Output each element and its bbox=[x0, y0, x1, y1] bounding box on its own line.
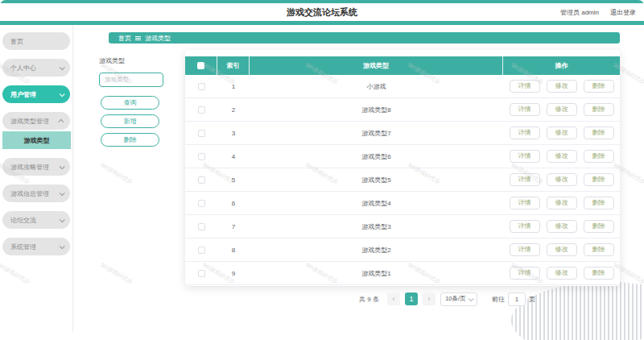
delete-row-button[interactable]: 删除 bbox=[584, 173, 614, 186]
delete-row-button[interactable]: 删除 bbox=[584, 220, 614, 233]
row-game-type: 游戏类型5 bbox=[250, 168, 503, 191]
pagination-total: 共 9 条 bbox=[359, 295, 379, 304]
sidebar-item-label: 论坛交流 bbox=[10, 216, 60, 225]
table-card: 索引 游戏类型 操作 1小游戏详情修改删除2游戏类型8详情修改删除3游戏类型7详… bbox=[185, 50, 620, 286]
row-game-type: 游戏类型8 bbox=[250, 98, 503, 121]
pagination-page-1[interactable]: 1 bbox=[405, 292, 418, 305]
detail-button[interactable]: 详情 bbox=[510, 197, 540, 209]
table-row: 7游戏类型3详情修改删除 bbox=[185, 215, 620, 238]
modify-button[interactable]: 修改 bbox=[547, 267, 577, 280]
sidebar-item-label: 游戏类型 bbox=[24, 136, 50, 145]
detail-button[interactable]: 详情 bbox=[510, 243, 540, 256]
row-checkbox[interactable] bbox=[198, 153, 205, 160]
delete-row-button[interactable]: 删除 bbox=[584, 80, 614, 93]
sidebar-item-game-guide-management[interactable]: 游戏攻略管理 bbox=[2, 158, 70, 176]
query-button[interactable]: 查询 bbox=[101, 96, 159, 110]
modify-button[interactable]: 修改 bbox=[547, 103, 577, 116]
modify-button[interactable]: 修改 bbox=[547, 150, 577, 163]
main-content: 首页 游戏类型 游戏类型 查询 新增 删除 索引 游戏类型 操作 1小游戏详情修… bbox=[73, 25, 644, 340]
sidebar-item-label: 个人中心 bbox=[10, 64, 60, 73]
delete-row-button[interactable]: 删除 bbox=[584, 267, 614, 280]
game-type-input[interactable] bbox=[99, 73, 163, 87]
row-checkbox[interactable] bbox=[198, 106, 205, 114]
detail-button[interactable]: 详情 bbox=[510, 126, 540, 139]
table-row: 5游戏类型5详情修改删除 bbox=[185, 168, 620, 192]
row-checkbox[interactable] bbox=[198, 247, 205, 254]
app-window: 游戏交流论坛系统 管理员 admin 退出登录 首页个人中心用户管理游戏类型管理… bbox=[0, 0, 644, 340]
delete-row-button[interactable]: 删除 bbox=[584, 103, 614, 116]
detail-button[interactable]: 详情 bbox=[510, 103, 540, 116]
detail-button[interactable]: 详情 bbox=[510, 150, 540, 163]
modify-button[interactable]: 修改 bbox=[547, 220, 577, 233]
row-game-type: 游戏类型1 bbox=[250, 262, 503, 284]
table-body: 1小游戏详情修改删除2游戏类型8详情修改删除3游戏类型7详情修改删除4游戏类型6… bbox=[185, 75, 620, 285]
breadcrumb-current: 游戏类型 bbox=[145, 34, 171, 43]
sidebar-item-game-type-management[interactable]: 游戏类型管理 bbox=[2, 112, 70, 130]
row-game-type: 游戏类型6 bbox=[250, 145, 503, 168]
page-size-select[interactable]: 10条/页 bbox=[440, 292, 477, 306]
sidebar: 首页个人中心用户管理游戏类型管理游戏类型游戏攻略管理游戏信息管理论坛交流系统管理 bbox=[0, 25, 73, 332]
sidebar-item-system-management[interactable]: 系统管理 bbox=[2, 238, 70, 255]
sidebar-item-label: 游戏攻略管理 bbox=[10, 163, 60, 172]
row-index: 1 bbox=[217, 75, 250, 97]
row-checkbox[interactable] bbox=[198, 83, 205, 90]
sidebar-item-profile[interactable]: 个人中心 bbox=[2, 59, 70, 77]
logout-link[interactable]: 退出登录 bbox=[610, 8, 636, 17]
row-index: 3 bbox=[217, 122, 250, 144]
sidebar-item-home[interactable]: 首页 bbox=[2, 32, 70, 50]
column-header-index: 索引 bbox=[217, 56, 250, 75]
table-row: 6游戏类型4详情修改删除 bbox=[185, 192, 620, 215]
detail-button[interactable]: 详情 bbox=[510, 220, 540, 233]
goto-page-input[interactable] bbox=[508, 292, 526, 306]
app-title: 游戏交流论坛系统 bbox=[287, 6, 357, 19]
detail-button[interactable]: 详情 bbox=[510, 173, 540, 186]
filter-panel: 游戏类型 查询 新增 删除 bbox=[99, 56, 171, 147]
sidebar-item-label: 游戏信息管理 bbox=[10, 189, 60, 198]
row-checkbox[interactable] bbox=[198, 176, 205, 184]
row-checkbox[interactable] bbox=[198, 200, 205, 207]
add-button[interactable]: 新增 bbox=[101, 114, 159, 128]
delete-button[interactable]: 删除 bbox=[101, 133, 159, 147]
detail-button[interactable]: 详情 bbox=[510, 80, 540, 93]
delete-row-button[interactable]: 删除 bbox=[584, 243, 614, 256]
row-checkbox[interactable] bbox=[198, 270, 205, 277]
row-game-type: 小游戏 bbox=[250, 75, 503, 97]
delete-row-button[interactable]: 删除 bbox=[584, 197, 614, 209]
chevron-up-icon bbox=[58, 118, 64, 124]
modify-button[interactable]: 修改 bbox=[547, 126, 577, 139]
row-game-type: 游戏类型4 bbox=[250, 192, 503, 214]
table-row: 9游戏类型1详情修改删除 bbox=[185, 262, 620, 285]
sidebar-item-forum-exchange[interactable]: 论坛交流 bbox=[2, 211, 70, 229]
chevron-down-icon bbox=[60, 164, 65, 169]
detail-button[interactable]: 详情 bbox=[510, 267, 540, 280]
table-row: 1小游戏详情修改删除 bbox=[185, 75, 620, 98]
select-all-checkbox[interactable] bbox=[197, 62, 204, 69]
row-checkbox[interactable] bbox=[198, 130, 205, 137]
sidebar-item-game-type[interactable]: 游戏类型 bbox=[2, 131, 71, 149]
row-index: 4 bbox=[217, 145, 250, 168]
row-checkbox[interactable] bbox=[198, 223, 205, 230]
modify-button[interactable]: 修改 bbox=[547, 80, 577, 93]
modify-button[interactable]: 修改 bbox=[547, 173, 577, 186]
pagination-next-button[interactable]: › bbox=[423, 292, 436, 305]
row-index: 8 bbox=[217, 238, 250, 261]
chevron-down-icon bbox=[60, 190, 65, 196]
row-game-type: 游戏类型7 bbox=[250, 122, 503, 144]
row-index: 6 bbox=[217, 192, 250, 214]
table-row: 8游戏类型2详情修改删除 bbox=[185, 238, 620, 262]
delete-row-button[interactable]: 删除 bbox=[584, 150, 614, 163]
breadcrumb: 首页 游戏类型 bbox=[109, 32, 620, 44]
current-user-label: 管理员 admin bbox=[560, 8, 599, 17]
column-header-operation: 操作 bbox=[503, 56, 620, 75]
modify-button[interactable]: 修改 bbox=[547, 243, 577, 256]
sidebar-item-user-management[interactable]: 用户管理 bbox=[2, 85, 70, 103]
sidebar-item-label: 首页 bbox=[10, 37, 64, 46]
breadcrumb-home[interactable]: 首页 bbox=[118, 34, 131, 43]
pagination-prev-button[interactable]: ‹ bbox=[387, 292, 400, 305]
goto-suffix-label: 页 bbox=[529, 295, 535, 304]
modify-button[interactable]: 修改 bbox=[547, 197, 577, 209]
delete-row-button[interactable]: 删除 bbox=[584, 126, 614, 139]
sidebar-item-game-info-management[interactable]: 游戏信息管理 bbox=[2, 185, 70, 202]
table-row: 3游戏类型7详情修改删除 bbox=[185, 122, 620, 145]
filter-label: 游戏类型 bbox=[99, 56, 171, 65]
